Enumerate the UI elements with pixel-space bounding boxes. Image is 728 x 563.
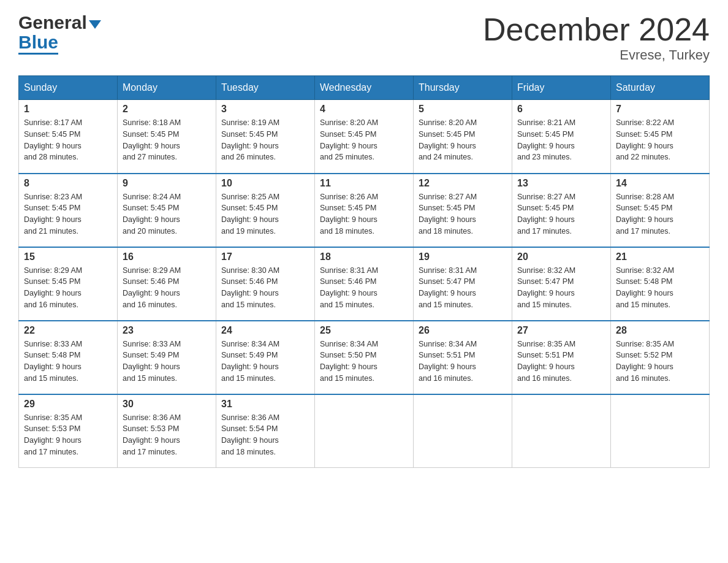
day-number: 16 — [123, 251, 211, 262]
weekday-header-wednesday: Wednesday — [315, 76, 414, 100]
day-number: 24 — [221, 325, 309, 336]
calendar-table: SundayMondayTuesdayWednesdayThursdayFrid… — [18, 75, 710, 468]
day-number: 30 — [123, 399, 211, 410]
location-text: Evrese, Turkey — [483, 47, 710, 63]
day-number: 14 — [616, 178, 704, 189]
week-row-4: 22Sunrise: 8:33 AMSunset: 5:48 PMDayligh… — [19, 321, 710, 394]
day-number: 8 — [24, 178, 112, 189]
day-info: Sunrise: 8:19 AMSunset: 5:45 PMDaylight:… — [221, 117, 309, 163]
calendar-cell: 23Sunrise: 8:33 AMSunset: 5:49 PMDayligh… — [118, 321, 216, 394]
day-number: 25 — [320, 325, 408, 336]
page-header: General Blue December 2024 Evrese, Turke… — [18, 12, 710, 63]
logo-blue-text: Blue — [18, 33, 58, 55]
day-number: 6 — [517, 104, 605, 115]
logo: General Blue — [18, 12, 101, 55]
day-info: Sunrise: 8:34 AMSunset: 5:50 PMDaylight:… — [320, 339, 408, 385]
day-info: Sunrise: 8:33 AMSunset: 5:49 PMDaylight:… — [123, 339, 211, 385]
calendar-cell: 8Sunrise: 8:23 AMSunset: 5:45 PMDaylight… — [19, 174, 118, 247]
calendar-cell: 30Sunrise: 8:36 AMSunset: 5:53 PMDayligh… — [118, 394, 216, 468]
day-number: 10 — [221, 178, 309, 189]
weekday-header-friday: Friday — [512, 76, 611, 100]
calendar-cell: 27Sunrise: 8:35 AMSunset: 5:51 PMDayligh… — [512, 321, 611, 394]
calendar-cell: 13Sunrise: 8:27 AMSunset: 5:45 PMDayligh… — [512, 174, 611, 247]
day-number: 23 — [123, 325, 211, 336]
calendar-cell: 29Sunrise: 8:35 AMSunset: 5:53 PMDayligh… — [19, 394, 118, 468]
month-title: December 2024 — [483, 12, 710, 47]
calendar-cell: 9Sunrise: 8:24 AMSunset: 5:45 PMDaylight… — [118, 174, 216, 247]
calendar-cell — [315, 394, 414, 468]
weekday-header-thursday: Thursday — [414, 76, 512, 100]
day-info: Sunrise: 8:27 AMSunset: 5:45 PMDaylight:… — [419, 191, 507, 237]
calendar-cell: 17Sunrise: 8:30 AMSunset: 5:46 PMDayligh… — [216, 247, 315, 321]
day-info: Sunrise: 8:29 AMSunset: 5:45 PMDaylight:… — [24, 265, 112, 311]
calendar-cell: 22Sunrise: 8:33 AMSunset: 5:48 PMDayligh… — [19, 321, 118, 394]
day-info: Sunrise: 8:35 AMSunset: 5:53 PMDaylight:… — [24, 412, 112, 458]
day-number: 26 — [419, 325, 507, 336]
calendar-cell: 18Sunrise: 8:31 AMSunset: 5:46 PMDayligh… — [315, 247, 414, 321]
week-row-2: 8Sunrise: 8:23 AMSunset: 5:45 PMDaylight… — [19, 174, 710, 247]
day-number: 12 — [419, 178, 507, 189]
logo-arrow-icon — [89, 20, 101, 29]
day-info: Sunrise: 8:30 AMSunset: 5:46 PMDaylight:… — [221, 265, 309, 311]
day-number: 13 — [517, 178, 605, 189]
day-info: Sunrise: 8:33 AMSunset: 5:48 PMDaylight:… — [24, 339, 112, 385]
day-number: 21 — [616, 251, 704, 262]
calendar-cell: 3Sunrise: 8:19 AMSunset: 5:45 PMDaylight… — [216, 100, 315, 174]
day-info: Sunrise: 8:23 AMSunset: 5:45 PMDaylight:… — [24, 191, 112, 237]
calendar-cell: 28Sunrise: 8:35 AMSunset: 5:52 PMDayligh… — [611, 321, 710, 394]
day-info: Sunrise: 8:31 AMSunset: 5:47 PMDaylight:… — [419, 265, 507, 311]
day-info: Sunrise: 8:35 AMSunset: 5:52 PMDaylight:… — [616, 339, 704, 385]
day-number: 28 — [616, 325, 704, 336]
day-info: Sunrise: 8:25 AMSunset: 5:45 PMDaylight:… — [221, 191, 309, 237]
weekday-header-tuesday: Tuesday — [216, 76, 315, 100]
title-area: December 2024 Evrese, Turkey — [483, 12, 710, 63]
calendar-cell — [414, 394, 512, 468]
logo-general-text: General — [18, 12, 87, 33]
day-info: Sunrise: 8:21 AMSunset: 5:45 PMDaylight:… — [517, 117, 605, 163]
weekday-header-monday: Monday — [118, 76, 216, 100]
day-info: Sunrise: 8:28 AMSunset: 5:45 PMDaylight:… — [616, 191, 704, 237]
calendar-cell: 2Sunrise: 8:18 AMSunset: 5:45 PMDaylight… — [118, 100, 216, 174]
day-info: Sunrise: 8:32 AMSunset: 5:48 PMDaylight:… — [616, 265, 704, 311]
calendar-cell: 20Sunrise: 8:32 AMSunset: 5:47 PMDayligh… — [512, 247, 611, 321]
day-number: 20 — [517, 251, 605, 262]
calendar-cell: 7Sunrise: 8:22 AMSunset: 5:45 PMDaylight… — [611, 100, 710, 174]
calendar-cell: 24Sunrise: 8:34 AMSunset: 5:49 PMDayligh… — [216, 321, 315, 394]
day-info: Sunrise: 8:18 AMSunset: 5:45 PMDaylight:… — [123, 117, 211, 163]
day-info: Sunrise: 8:26 AMSunset: 5:45 PMDaylight:… — [320, 191, 408, 237]
day-number: 22 — [24, 325, 112, 336]
day-number: 18 — [320, 251, 408, 262]
day-info: Sunrise: 8:22 AMSunset: 5:45 PMDaylight:… — [616, 117, 704, 163]
week-row-3: 15Sunrise: 8:29 AMSunset: 5:45 PMDayligh… — [19, 247, 710, 321]
day-number: 7 — [616, 104, 704, 115]
calendar-cell: 16Sunrise: 8:29 AMSunset: 5:46 PMDayligh… — [118, 247, 216, 321]
day-info: Sunrise: 8:20 AMSunset: 5:45 PMDaylight:… — [419, 117, 507, 163]
calendar-cell: 5Sunrise: 8:20 AMSunset: 5:45 PMDaylight… — [414, 100, 512, 174]
calendar-cell — [611, 394, 710, 468]
day-info: Sunrise: 8:36 AMSunset: 5:54 PMDaylight:… — [221, 412, 309, 458]
day-info: Sunrise: 8:29 AMSunset: 5:46 PMDaylight:… — [123, 265, 211, 311]
day-number: 17 — [221, 251, 309, 262]
day-number: 9 — [123, 178, 211, 189]
calendar-cell: 19Sunrise: 8:31 AMSunset: 5:47 PMDayligh… — [414, 247, 512, 321]
day-info: Sunrise: 8:35 AMSunset: 5:51 PMDaylight:… — [517, 339, 605, 385]
weekday-header-sunday: Sunday — [19, 76, 118, 100]
calendar-cell — [512, 394, 611, 468]
day-number: 3 — [221, 104, 309, 115]
calendar-cell: 15Sunrise: 8:29 AMSunset: 5:45 PMDayligh… — [19, 247, 118, 321]
calendar-cell: 6Sunrise: 8:21 AMSunset: 5:45 PMDaylight… — [512, 100, 611, 174]
day-number: 15 — [24, 251, 112, 262]
day-number: 19 — [419, 251, 507, 262]
calendar-cell: 10Sunrise: 8:25 AMSunset: 5:45 PMDayligh… — [216, 174, 315, 247]
weekday-header-saturday: Saturday — [611, 76, 710, 100]
day-info: Sunrise: 8:24 AMSunset: 5:45 PMDaylight:… — [123, 191, 211, 237]
day-number: 2 — [123, 104, 211, 115]
calendar-cell: 14Sunrise: 8:28 AMSunset: 5:45 PMDayligh… — [611, 174, 710, 247]
calendar-cell: 11Sunrise: 8:26 AMSunset: 5:45 PMDayligh… — [315, 174, 414, 247]
calendar-cell: 1Sunrise: 8:17 AMSunset: 5:45 PMDaylight… — [19, 100, 118, 174]
weekday-header-row: SundayMondayTuesdayWednesdayThursdayFrid… — [19, 76, 710, 100]
calendar-cell: 31Sunrise: 8:36 AMSunset: 5:54 PMDayligh… — [216, 394, 315, 468]
day-info: Sunrise: 8:36 AMSunset: 5:53 PMDaylight:… — [123, 412, 211, 458]
day-number: 5 — [419, 104, 507, 115]
calendar-cell: 25Sunrise: 8:34 AMSunset: 5:50 PMDayligh… — [315, 321, 414, 394]
